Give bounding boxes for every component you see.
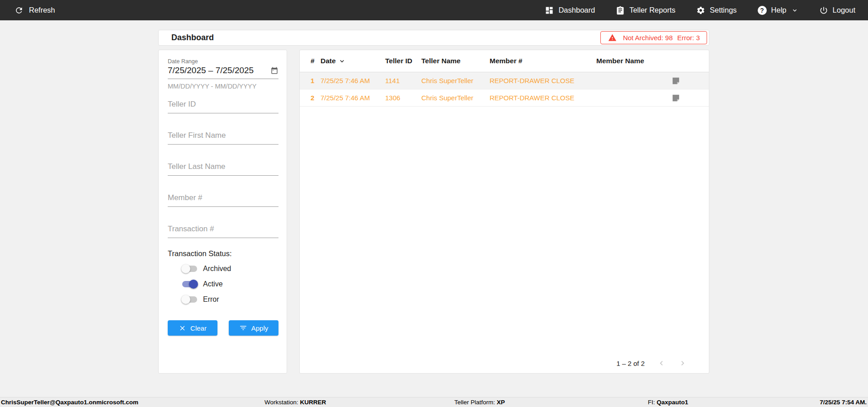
fi-info: FI: Qaxpauto1 [648, 398, 688, 407]
row-number: 2 [311, 94, 321, 102]
row-date: 7/25/25 7:46 AM [321, 77, 385, 84]
workstation-info: Workstation: KURRER [264, 398, 326, 407]
refresh-button[interactable]: Refresh [14, 6, 55, 15]
previous-page-button[interactable] [657, 359, 666, 368]
toggle-row-active: Active [181, 280, 278, 289]
apply-button[interactable]: Apply [229, 320, 278, 336]
status-datetime: 7/25/25 7:54 AM. [820, 398, 867, 407]
status-bar: ChrisSuperTeller@Qaxpauto1.onmicrosoft.c… [0, 397, 868, 407]
row-member-num: REPORT-DRAWER CLOSE [490, 77, 596, 84]
navbar-menu: Dashboard Teller Reports Settings ? Help [545, 6, 855, 15]
top-navbar: Refresh Dashboard Teller Reports Setting… [0, 0, 868, 20]
nav-item-dashboard[interactable]: Dashboard [545, 6, 595, 15]
filter-panel: Date Range 7/25/2025 – 7/25/2025 MM/DD/Y… [158, 50, 287, 374]
transaction-number-input[interactable] [168, 225, 278, 238]
chevron-down-icon [791, 7, 798, 14]
nav-item-label: Help [771, 6, 787, 14]
nav-item-label: Dashboard [558, 6, 595, 14]
teller-first-name-input[interactable] [168, 131, 278, 145]
teller-id-input[interactable] [168, 100, 278, 113]
nav-item-help[interactable]: ? Help [758, 6, 798, 15]
table-row[interactable]: 2 7/25/25 7:46 AM 1306 Chris SuperTeller… [300, 89, 709, 107]
col-header-teller-id: Teller ID [385, 57, 421, 65]
table-header-row: # Date Teller ID Teller Name Member # Me… [300, 50, 709, 72]
toggle-row-archived: Archived [181, 264, 278, 273]
row-date: 7/25/25 7:46 AM [321, 94, 385, 102]
calendar-icon[interactable] [270, 66, 278, 75]
archived-toggle-label: Archived [203, 265, 231, 273]
col-header-member-name: Member Name [596, 57, 672, 65]
active-toggle[interactable] [181, 280, 198, 289]
refresh-icon [14, 6, 24, 15]
col-header-num: # [311, 57, 321, 65]
teller-last-name-field-wrap [168, 162, 278, 176]
pagination: 1 – 2 of 2 [616, 359, 687, 368]
dashboard-icon [545, 6, 554, 15]
row-member-num: REPORT-DRAWER CLOSE [490, 94, 596, 102]
clear-button[interactable]: Clear [168, 320, 217, 336]
toggle-row-error: Error [181, 295, 278, 304]
row-teller-name: Chris SuperTeller [421, 94, 490, 102]
nav-item-label: Settings [710, 6, 737, 14]
member-number-field-wrap [168, 193, 278, 207]
power-icon [819, 6, 828, 15]
transaction-number-field-wrap [168, 225, 278, 238]
next-page-button[interactable] [678, 359, 687, 368]
page-header: Dashboard Not Archived: 98 Error: 3 [158, 30, 709, 46]
col-header-date[interactable]: Date [321, 57, 385, 65]
date-range-label: Date Range [168, 58, 278, 65]
teller-first-name-field-wrap [168, 131, 278, 145]
col-header-teller-name: Teller Name [421, 57, 490, 65]
pagination-range: 1 – 2 of 2 [616, 360, 645, 367]
results-panel: # Date Teller ID Teller Name Member # Me… [299, 50, 709, 374]
row-number: 1 [311, 77, 321, 84]
note-icon[interactable] [672, 94, 698, 102]
active-toggle-label: Active [203, 280, 223, 288]
filter-buttons: Clear Apply [168, 320, 278, 336]
row-teller-id: 1306 [385, 94, 421, 102]
member-number-input[interactable] [168, 193, 278, 207]
date-range-field[interactable]: 7/25/2025 – 7/25/2025 [168, 65, 278, 79]
error-toggle-label: Error [203, 295, 219, 304]
nav-item-logout[interactable]: Logout [819, 6, 855, 15]
date-range-value: 7/25/2025 – 7/25/2025 [168, 65, 254, 75]
row-teller-name: Chris SuperTeller [421, 77, 490, 84]
apply-button-label: Apply [251, 324, 269, 332]
date-format-hint: MM/DD/YYYY - MM/DD/YYYY [168, 83, 278, 90]
col-header-member-num: Member # [490, 57, 596, 65]
archived-toggle[interactable] [181, 264, 198, 273]
filter-icon [239, 324, 247, 332]
error-count: Error: 3 [677, 34, 700, 42]
note-icon[interactable] [672, 77, 698, 85]
teller-last-name-input[interactable] [168, 162, 278, 176]
row-teller-id: 1141 [385, 77, 421, 84]
clear-button-label: Clear [190, 324, 207, 332]
refresh-label: Refresh [29, 6, 55, 14]
nav-item-settings[interactable]: Settings [696, 6, 737, 15]
teller-id-field-wrap [168, 100, 278, 113]
page-title: Dashboard [171, 33, 214, 42]
not-archived-alert-badge[interactable]: Not Archived: 98 Error: 3 [600, 31, 707, 44]
help-icon: ? [758, 6, 767, 15]
teller-platform-info: Teller Platform: XP [454, 398, 505, 407]
gear-icon [696, 6, 705, 15]
nav-item-label: Logout [833, 6, 855, 14]
table-row[interactable]: 1 7/25/25 7:46 AM 1141 Chris SuperTeller… [300, 72, 709, 89]
nav-item-teller-reports[interactable]: Teller Reports [616, 6, 675, 15]
error-toggle[interactable] [181, 295, 198, 304]
clipboard-icon [616, 6, 625, 15]
nav-item-label: Teller Reports [629, 6, 675, 14]
warning-icon [608, 33, 617, 42]
close-icon [179, 324, 186, 332]
transaction-status-label: Transaction Status: [168, 249, 278, 258]
not-archived-count: Not Archived: 98 [623, 34, 673, 42]
logged-in-user: ChrisSuperTeller@Qaxpauto1.onmicrosoft.c… [1, 398, 138, 407]
sort-desc-icon [338, 57, 346, 65]
